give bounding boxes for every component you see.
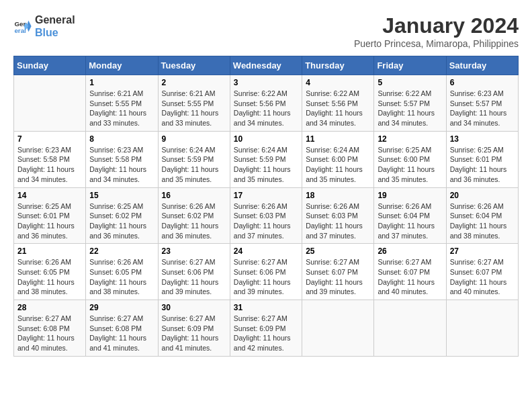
calendar-cell: 5 Sunrise: 6:22 AMSunset: 5:57 PMDayligh…: [374, 75, 446, 132]
day-detail: Sunrise: 6:27 AMSunset: 6:08 PMDaylight:…: [89, 314, 154, 353]
calendar-cell: [374, 300, 446, 357]
day-number: 26: [378, 246, 442, 256]
day-detail: Sunrise: 6:23 AMSunset: 5:58 PMDaylight:…: [17, 145, 82, 185]
calendar-cell: 6 Sunrise: 6:23 AMSunset: 5:57 PMDayligh…: [446, 75, 518, 132]
calendar-cell: [446, 300, 518, 357]
calendar-cell: 27 Sunrise: 6:27 AMSunset: 6:07 PMDaylig…: [446, 244, 518, 300]
calendar-week-row: 1 Sunrise: 6:21 AMSunset: 5:55 PMDayligh…: [14, 75, 519, 132]
calendar-cell: [14, 75, 86, 132]
day-number: 18: [306, 191, 370, 200]
calendar-cell: 9 Sunrise: 6:24 AMSunset: 5:59 PMDayligh…: [158, 131, 230, 187]
day-number: 2: [162, 78, 226, 87]
logo: Gen eral General Blue: [13, 13, 75, 39]
calendar-cell: 20 Sunrise: 6:26 AMSunset: 6:04 PMDaylig…: [446, 187, 518, 244]
calendar-cell: 3 Sunrise: 6:22 AMSunset: 5:56 PMDayligh…: [230, 75, 302, 132]
day-detail: Sunrise: 6:25 AMSunset: 6:02 PMDaylight:…: [89, 201, 154, 241]
day-detail: Sunrise: 6:25 AMSunset: 6:01 PMDaylight:…: [17, 201, 82, 241]
day-number: 6: [450, 78, 515, 87]
day-number: 28: [17, 303, 82, 312]
day-detail: Sunrise: 6:24 AMSunset: 5:59 PMDaylight:…: [162, 145, 226, 185]
calendar-cell: 12 Sunrise: 6:25 AMSunset: 6:00 PMDaylig…: [374, 131, 446, 187]
day-detail: Sunrise: 6:27 AMSunset: 6:08 PMDaylight:…: [17, 314, 82, 353]
calendar-cell: 24 Sunrise: 6:27 AMSunset: 6:06 PMDaylig…: [230, 244, 302, 300]
day-number: 24: [234, 246, 298, 256]
page-header: Gen eral General Blue January 2024 Puert…: [13, 13, 519, 49]
calendar-week-row: 28 Sunrise: 6:27 AMSunset: 6:08 PMDaylig…: [14, 300, 519, 357]
header-monday: Monday: [86, 56, 158, 75]
calendar-cell: 23 Sunrise: 6:27 AMSunset: 6:06 PMDaylig…: [158, 244, 230, 300]
calendar-cell: 13 Sunrise: 6:25 AMSunset: 6:01 PMDaylig…: [446, 131, 518, 187]
header-thursday: Thursday: [302, 56, 374, 75]
location-text: Puerto Princesa, Mimaropa, Philippines: [354, 38, 519, 49]
calendar-table: Sunday Monday Tuesday Wednesday Thursday…: [13, 56, 519, 357]
day-detail: Sunrise: 6:24 AMSunset: 5:59 PMDaylight:…: [234, 145, 298, 185]
day-number: 31: [234, 303, 298, 312]
day-detail: Sunrise: 6:22 AMSunset: 5:57 PMDaylight:…: [378, 89, 442, 128]
calendar-cell: 8 Sunrise: 6:23 AMSunset: 5:58 PMDayligh…: [86, 131, 158, 187]
day-number: 3: [234, 78, 298, 87]
calendar-cell: 26 Sunrise: 6:27 AMSunset: 6:07 PMDaylig…: [374, 244, 446, 300]
day-number: 23: [162, 246, 226, 256]
day-number: 29: [89, 303, 154, 312]
day-number: 8: [89, 134, 154, 144]
header-wednesday: Wednesday: [230, 56, 302, 75]
calendar-cell: 2 Sunrise: 6:21 AMSunset: 5:55 PMDayligh…: [158, 75, 230, 132]
calendar-week-row: 14 Sunrise: 6:25 AMSunset: 6:01 PMDaylig…: [14, 187, 519, 244]
header-friday: Friday: [374, 56, 446, 75]
day-number: 20: [450, 191, 515, 200]
day-detail: Sunrise: 6:22 AMSunset: 5:56 PMDaylight:…: [234, 89, 298, 128]
calendar-cell: 28 Sunrise: 6:27 AMSunset: 6:08 PMDaylig…: [14, 300, 86, 357]
calendar-week-row: 21 Sunrise: 6:26 AMSunset: 6:05 PMDaylig…: [14, 244, 519, 300]
day-detail: Sunrise: 6:26 AMSunset: 6:04 PMDaylight:…: [450, 201, 515, 241]
day-detail: Sunrise: 6:27 AMSunset: 6:09 PMDaylight:…: [162, 314, 226, 353]
day-detail: Sunrise: 6:27 AMSunset: 6:07 PMDaylight:…: [378, 257, 442, 297]
logo-text-blue: Blue: [35, 26, 75, 39]
day-detail: Sunrise: 6:23 AMSunset: 5:57 PMDaylight:…: [450, 89, 515, 128]
calendar-header-row: Sunday Monday Tuesday Wednesday Thursday…: [14, 56, 519, 75]
calendar-cell: 21 Sunrise: 6:26 AMSunset: 6:05 PMDaylig…: [14, 244, 86, 300]
calendar-cell: 29 Sunrise: 6:27 AMSunset: 6:08 PMDaylig…: [86, 300, 158, 357]
day-number: 17: [234, 191, 298, 200]
calendar-cell: 11 Sunrise: 6:24 AMSunset: 6:00 PMDaylig…: [302, 131, 374, 187]
day-detail: Sunrise: 6:22 AMSunset: 5:56 PMDaylight:…: [306, 89, 370, 128]
day-detail: Sunrise: 6:27 AMSunset: 6:07 PMDaylight:…: [306, 257, 370, 297]
day-detail: Sunrise: 6:26 AMSunset: 6:04 PMDaylight:…: [378, 201, 442, 241]
title-block: January 2024 Puerto Princesa, Mimaropa, …: [354, 13, 519, 49]
calendar-cell: 7 Sunrise: 6:23 AMSunset: 5:58 PMDayligh…: [14, 131, 86, 187]
calendar-cell: 10 Sunrise: 6:24 AMSunset: 5:59 PMDaylig…: [230, 131, 302, 187]
calendar-cell: 18 Sunrise: 6:26 AMSunset: 6:03 PMDaylig…: [302, 187, 374, 244]
day-number: 22: [89, 246, 154, 256]
day-number: 1: [89, 78, 154, 87]
calendar-cell: [302, 300, 374, 357]
calendar-cell: 15 Sunrise: 6:25 AMSunset: 6:02 PMDaylig…: [86, 187, 158, 244]
calendar-week-row: 7 Sunrise: 6:23 AMSunset: 5:58 PMDayligh…: [14, 131, 519, 187]
day-number: 25: [306, 246, 370, 256]
day-number: 5: [378, 78, 442, 87]
day-number: 10: [234, 134, 298, 144]
day-number: 19: [378, 191, 442, 200]
calendar-cell: 1 Sunrise: 6:21 AMSunset: 5:55 PMDayligh…: [86, 75, 158, 132]
logo-icon: Gen eral: [13, 17, 32, 36]
day-number: 27: [450, 246, 515, 256]
day-number: 30: [162, 303, 226, 312]
day-detail: Sunrise: 6:27 AMSunset: 6:06 PMDaylight:…: [234, 257, 298, 297]
day-detail: Sunrise: 6:25 AMSunset: 6:00 PMDaylight:…: [378, 145, 442, 185]
calendar-cell: 25 Sunrise: 6:27 AMSunset: 6:07 PMDaylig…: [302, 244, 374, 300]
day-detail: Sunrise: 6:24 AMSunset: 6:00 PMDaylight:…: [306, 145, 370, 185]
day-detail: Sunrise: 6:26 AMSunset: 6:05 PMDaylight:…: [17, 257, 82, 297]
day-number: 21: [17, 246, 82, 256]
day-detail: Sunrise: 6:26 AMSunset: 6:03 PMDaylight:…: [234, 201, 298, 241]
day-number: 7: [17, 134, 82, 144]
calendar-cell: 31 Sunrise: 6:27 AMSunset: 6:09 PMDaylig…: [230, 300, 302, 357]
calendar-cell: 19 Sunrise: 6:26 AMSunset: 6:04 PMDaylig…: [374, 187, 446, 244]
calendar-cell: 4 Sunrise: 6:22 AMSunset: 5:56 PMDayligh…: [302, 75, 374, 132]
svg-text:eral: eral: [14, 27, 26, 34]
calendar-cell: 16 Sunrise: 6:26 AMSunset: 6:02 PMDaylig…: [158, 187, 230, 244]
day-number: 4: [306, 78, 370, 87]
day-detail: Sunrise: 6:25 AMSunset: 6:01 PMDaylight:…: [450, 145, 515, 185]
day-number: 16: [162, 191, 226, 200]
header-sunday: Sunday: [14, 56, 86, 75]
day-number: 14: [17, 191, 82, 200]
day-detail: Sunrise: 6:27 AMSunset: 6:09 PMDaylight:…: [234, 314, 298, 353]
day-detail: Sunrise: 6:26 AMSunset: 6:02 PMDaylight:…: [162, 201, 226, 241]
